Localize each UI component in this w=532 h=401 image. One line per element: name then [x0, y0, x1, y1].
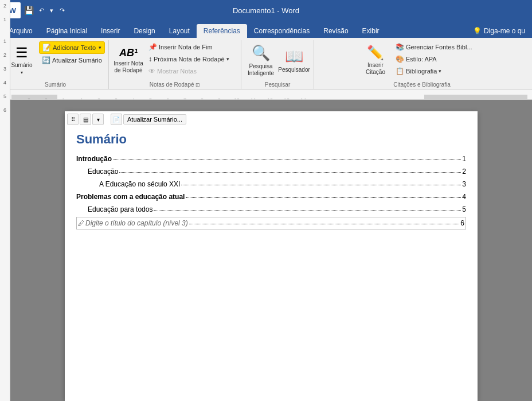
toc-dots-3	[181, 180, 461, 185]
bibliografia-button[interactable]: 📋 Bibliografia ▾	[393, 65, 484, 77]
pesquisa-inteligente-button[interactable]: 🔍 PesquisaInteligente	[245, 41, 277, 79]
toc-entry-seculo-xxi[interactable]: A Educação no século XXI 3	[76, 179, 466, 189]
tab-referencias[interactable]: Referências	[197, 24, 247, 38]
search-text: Diga-me o qu	[484, 27, 525, 35]
proxima-nota-label: Próxima Nota de Rodapé	[154, 56, 225, 63]
sumario-icon: ☰	[15, 45, 28, 61]
toc-entry-introducao[interactable]: Introdução 1	[76, 154, 466, 164]
redo-button[interactable]: ↷	[57, 6, 66, 15]
toc-update-button[interactable]: Atualizar Sumário...	[123, 114, 186, 124]
toc-entry-educacao-todos-text: Educação para todos	[88, 204, 152, 215]
toc-page-2: 2	[462, 166, 466, 177]
toc-page-3: 3	[462, 179, 466, 189]
ribbon-search[interactable]: 💡 Diga-me o qu	[466, 24, 532, 38]
proxima-nota-button[interactable]: ↕ Próxima Nota de Rodapé ▾	[146, 53, 237, 65]
toc-entry-educacao-text: Educação	[88, 166, 118, 177]
vertical-ruler: 2 1 1 2 3 4 5 6	[0, 100, 10, 401]
undo-button[interactable]: ↶	[37, 6, 46, 15]
toc-toolbar: ⠿ ▤ ▾ 📄 Atualizar Sumário...	[65, 111, 478, 126]
adicionar-texto-label: Adicionar Texto	[53, 44, 96, 51]
bibliografia-label: Bibliografia	[406, 68, 437, 75]
citacoes-group-content: ✏️ InserirCitação 📚 Gerenciar Fontes Bib…	[359, 41, 484, 80]
tab-design[interactable]: Design	[127, 24, 162, 38]
toc-list-dropdown[interactable]: ▾	[92, 114, 104, 125]
toc-entry-problemas[interactable]: Problemas com a educação atual 4	[76, 192, 466, 202]
inserir-nota-fim-button[interactable]: 📌 Inserir Nota de Fim	[146, 41, 237, 53]
svg-text:1: 1	[80, 98, 83, 100]
tab-exibir[interactable]: Exibir	[355, 24, 386, 38]
tab-revisao[interactable]: Revisão	[316, 24, 355, 38]
tab-pagina-inicial[interactable]: Página Inicial	[40, 24, 94, 38]
toc-entry-active-text[interactable]: Digite o título do capítulo (nível 3)	[85, 218, 188, 228]
toc-entry-seculo-xxi-text: A Educação no século XXI	[99, 179, 180, 189]
adicionar-texto-dropdown[interactable]: ▾	[99, 45, 101, 50]
adicionar-texto-button[interactable]: 📝 Adicionar Texto ▾	[39, 41, 105, 54]
pesquisador-button[interactable]: 📖 Pesquisador	[278, 41, 310, 79]
ribbon-group-notas: AB¹ Inserir Notade Rodapé 📌 Inserir Nota…	[109, 40, 241, 89]
toc-list-button[interactable]: ▤	[80, 114, 91, 125]
title-bar-left: W 💾 ↶ ▾ ↷	[5, 2, 66, 18]
mostrar-notas-button[interactable]: 👁 Mostrar Notas	[146, 65, 237, 77]
toc-page-6: 6	[460, 218, 464, 228]
tab-layout[interactable]: Layout	[162, 24, 197, 38]
gerenciar-fontes-button[interactable]: 📚 Gerenciar Fontes Bibl...	[393, 41, 484, 53]
toc-entry-educacao[interactable]: Educação 2	[76, 166, 466, 177]
toc-page-1: 1	[462, 154, 466, 164]
tab-inserir[interactable]: Inserir	[94, 24, 127, 38]
svg-text:-1: -1	[60, 98, 65, 100]
mostrar-notas-icon: 👁	[148, 67, 155, 75]
lightbulb-icon: 💡	[473, 27, 482, 35]
estilo-button[interactable]: 🎨 Estilo: APA	[393, 53, 484, 65]
toc-page-4: 4	[462, 192, 466, 202]
proxima-nota-dropdown[interactable]: ▾	[226, 56, 229, 62]
inserir-nota-rodape-button[interactable]: AB¹ Inserir Notade Rodapé	[112, 41, 144, 79]
toc-page-5: 5	[462, 204, 466, 215]
pesquisa-inteligente-icon: 🔍	[252, 44, 270, 62]
svg-text:13: 13	[284, 98, 290, 100]
toc-move-button[interactable]: ⠿	[67, 114, 79, 125]
toc-dots-4	[186, 193, 461, 198]
bibliografia-dropdown[interactable]: ▾	[439, 68, 441, 74]
svg-text:7: 7	[183, 98, 186, 100]
page-container: ⠿ ▤ ▾ 📄 Atualizar Sumário... Sumário Int…	[0, 100, 532, 401]
toc-title: Sumário	[76, 132, 466, 147]
inserir-nota-rodape-label: Inserir Notade Rodapé	[114, 60, 143, 74]
sumario-button[interactable]: ☰ Sumário▾	[6, 41, 38, 79]
toc-entry-active[interactable]: 🖊 Digite o título do capítulo (nível 3) …	[76, 217, 466, 229]
pesquisar-group-content: 🔍 PesquisaInteligente 📖 Pesquisador	[245, 41, 310, 80]
undo-dropdown[interactable]: ▾	[47, 6, 56, 15]
mostrar-notas-label: Mostrar Notas	[157, 68, 197, 75]
toc-update-label: Atualizar Sumário...	[127, 116, 182, 123]
pesquisador-icon: 📖	[285, 48, 303, 65]
window-title: Documento1 - Word	[233, 6, 299, 15]
svg-text:10: 10	[234, 98, 240, 100]
atualizar-sumario-button[interactable]: 🔄 Atualizar Sumário	[39, 54, 105, 66]
ribbon-group-sumario: ☰ Sumário▾ 📝 Adicionar Texto ▾ 🔄 Atualiz…	[2, 40, 109, 89]
svg-text:9: 9	[218, 98, 221, 100]
toc-entry-educacao-todos[interactable]: Educação para todos 5	[76, 204, 466, 215]
save-button[interactable]: 💾	[23, 5, 34, 16]
gerenciar-fontes-label: Gerenciar Fontes Bibl...	[406, 44, 472, 50]
undo-redo-group: ↶ ▾ ↷	[37, 6, 66, 15]
pesquisador-label: Pesquisador	[278, 67, 310, 73]
svg-text:6: 6	[166, 98, 169, 100]
notas-group-label: Notas de Rodapé ⊡	[112, 80, 237, 89]
inserir-citacao-button[interactable]: ✏️ InserirCitação	[359, 41, 392, 79]
inserir-nota-fim-label: Inserir Nota de Fim	[159, 44, 213, 50]
doc-area: 2 1 1 2 3 4 5 6 ⠿ ▤ ▾ 📄 Atualizar Sumári…	[0, 100, 532, 401]
svg-text:-2: -2	[43, 98, 48, 100]
inserir-nota-rodape-icon: AB¹	[119, 47, 138, 59]
tab-correspondencias[interactable]: Correspondências	[247, 24, 316, 38]
estilo-label: Estilo: APA	[406, 56, 437, 63]
sumario-group-label: Sumário	[6, 80, 105, 89]
atualizar-sumario-label: Atualizar Sumário	[52, 57, 102, 64]
toc-doc-button[interactable]: 📄	[111, 114, 122, 125]
notas-dialog-launcher[interactable]: ⊡	[195, 82, 200, 88]
toc-content: Sumário Introdução 1 Educação 2 A Educaç…	[65, 126, 478, 238]
sumario-label: Sumário▾	[11, 62, 32, 76]
estilo-icon: 🎨	[396, 55, 404, 63]
svg-text:8: 8	[201, 98, 204, 100]
ribbon: ☰ Sumário▾ 📝 Adicionar Texto ▾ 🔄 Atualiz…	[0, 38, 532, 89]
inserir-citacao-label: InserirCitação	[366, 62, 385, 76]
inserir-citacao-icon: ✏️	[367, 45, 384, 61]
